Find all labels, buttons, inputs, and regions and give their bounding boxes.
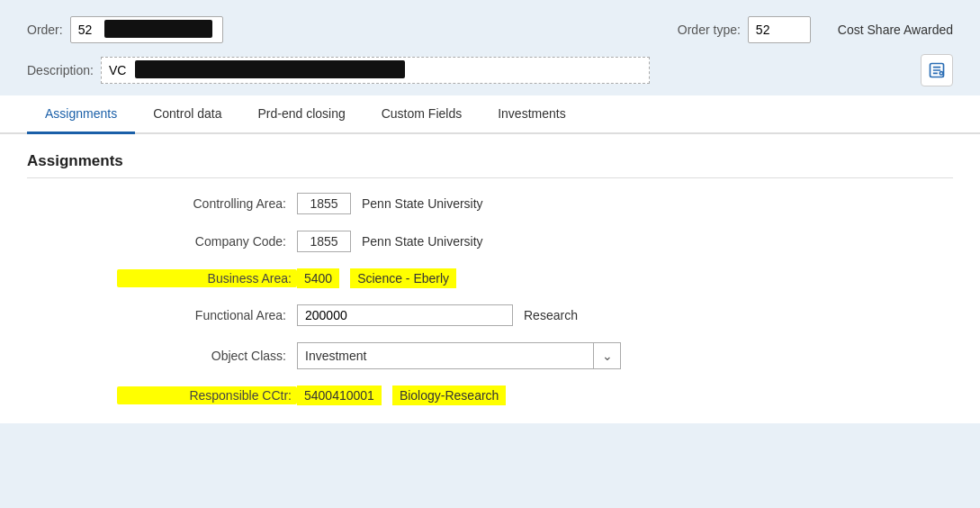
functional-area-value-row: Research (297, 304, 953, 326)
description-field-group: Description: (27, 57, 650, 84)
order-type-label: Order type: (678, 23, 741, 37)
order-label: Order: (27, 23, 63, 37)
company-code-label: Company Code: (117, 234, 297, 249)
main-content: Assignments Controlling Area: 1855 Penn … (0, 134, 980, 423)
responsible-cctr-value-box: 5400410001 (297, 386, 382, 405)
tab-custom-fields[interactable]: Custom Fields (364, 95, 480, 134)
business-area-value-box: 5400 (297, 268, 339, 288)
company-code-value-box: 1855 (297, 231, 351, 252)
business-area-text: Science - Eberly (350, 268, 456, 288)
top-bar: Order: Order type: Cost Share Awarded De… (0, 0, 980, 95)
functional-area-text: Research (524, 308, 578, 322)
object-class-label: Object Class: (117, 349, 297, 363)
business-area-value-row: 5400 Science - Eberly (297, 268, 953, 288)
object-class-value: Investment (298, 346, 593, 366)
order-field-group: Order: (27, 16, 223, 43)
cost-share-label: Cost Share Awarded (838, 23, 953, 37)
dropdown-arrow-icon: ⌄ (593, 343, 620, 368)
controlling-area-label: Controlling Area: (117, 196, 297, 211)
object-class-value-row: Investment ⌄ (297, 342, 953, 369)
functional-area-label: Functional Area: (117, 308, 297, 322)
company-code-value-row: 1855 Penn State University (297, 231, 953, 252)
tab-assignments[interactable]: Assignments (27, 95, 135, 134)
order-type-field-group: Order type: (678, 16, 811, 43)
top-row-2: Description: (27, 54, 953, 86)
tab-control-data[interactable]: Control data (135, 95, 239, 134)
responsible-cctr-text: Biology-Research (392, 386, 507, 405)
tab-investments[interactable]: Investments (480, 95, 583, 134)
tabs-bar: Assignments Control data Prd-end closing… (0, 95, 980, 134)
controlling-area-text: Penn State University (362, 196, 483, 211)
company-code-text: Penn State University (362, 234, 483, 249)
section-title: Assignments (27, 152, 953, 178)
object-class-dropdown[interactable]: Investment ⌄ (297, 342, 621, 369)
order-type-input[interactable] (748, 16, 811, 43)
tab-prd-end-closing[interactable]: Prd-end closing (239, 95, 363, 134)
functional-area-input[interactable] (297, 304, 513, 326)
responsible-cctr-value-row: 5400410001 Biology-Research (297, 386, 953, 405)
responsible-cctr-label: Responsible CCtr: (117, 386, 297, 404)
top-row-1: Order: Order type: Cost Share Awarded (27, 16, 953, 43)
controlling-area-value-row: 1855 Penn State University (297, 193, 953, 214)
controlling-area-value-box: 1855 (297, 193, 351, 214)
attachment-icon-button[interactable] (921, 54, 953, 86)
business-area-label: Business Area: (117, 269, 297, 287)
description-label: Description: (27, 63, 94, 77)
assignments-form: Controlling Area: 1855 Penn State Univer… (27, 193, 953, 405)
